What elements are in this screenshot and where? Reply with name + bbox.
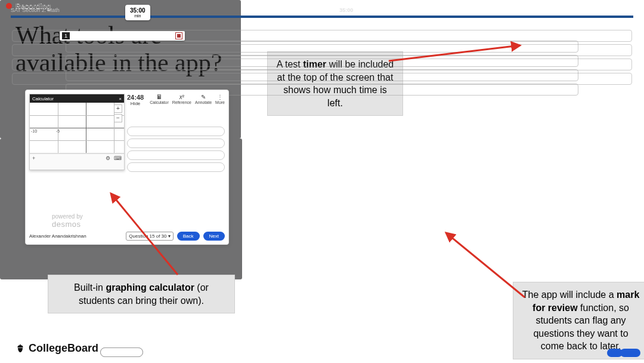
calculator-toolbar: + ⚙ ⌨ [30, 153, 124, 162]
question-selector[interactable]: Question 15 of 30 ▾ [126, 232, 173, 241]
screenshot-calculator: Calculator × -10 -5 + − + ⚙ ⌨ [25, 90, 229, 245]
zoom-out-button[interactable]: − [114, 114, 122, 122]
more-tool-button[interactable]: ⋮More [215, 94, 225, 104]
test-pane: 24:48 Hide 🖩Calculator x²Reference ✎Anno… [127, 94, 225, 174]
question-selector[interactable] [100, 347, 143, 357]
back-button[interactable]: Back [177, 232, 200, 241]
collegeboard-logo: CollegeBoard [16, 342, 98, 355]
next-button[interactable] [620, 349, 638, 357]
graph-area[interactable]: -10 -5 + − [30, 103, 124, 153]
next-button[interactable]: Next [203, 232, 225, 241]
keypad-icon[interactable]: ⌨ [114, 155, 122, 161]
answer-option[interactable] [127, 139, 225, 148]
axis-label: -5 [56, 129, 60, 133]
test-timer: 24:48 Hide [127, 94, 144, 106]
annotate-tool-button[interactable]: ✎Annotate [195, 94, 212, 104]
answer-option[interactable] [127, 127, 225, 136]
question-number: 1 [62, 32, 70, 39]
desmos-credit: powered by desmos [52, 213, 83, 229]
calculator-panel[interactable]: Calculator × -10 -5 + − + ⚙ ⌨ [29, 94, 125, 170]
bookmark-icon[interactable] [175, 32, 182, 39]
answer-option [66, 41, 578, 53]
answer-option [66, 69, 578, 81]
zoom-in-button[interactable]: + [114, 104, 122, 113]
acorn-icon [16, 344, 25, 353]
svg-rect-3 [20, 344, 20, 345]
calculator-title: Calculator [32, 96, 54, 101]
settings-icon[interactable]: ⚙ [106, 155, 110, 161]
answer-option [66, 55, 578, 67]
answer-option[interactable] [127, 162, 225, 172]
answer-option[interactable] [127, 150, 225, 160]
reference-tool-button[interactable]: x²Reference [172, 94, 191, 104]
section-title: SAT Section 2: Math [11, 7, 60, 13]
close-icon[interactable]: × [119, 96, 122, 101]
add-expression-button[interactable]: + [32, 155, 35, 161]
calculator-tool-button[interactable]: 🖩Calculator [150, 94, 169, 104]
student-name: Alexander Anandakrishnan [29, 233, 86, 239]
axis-label: -10 [31, 129, 37, 133]
question-header-bar: 1 [60, 31, 185, 41]
